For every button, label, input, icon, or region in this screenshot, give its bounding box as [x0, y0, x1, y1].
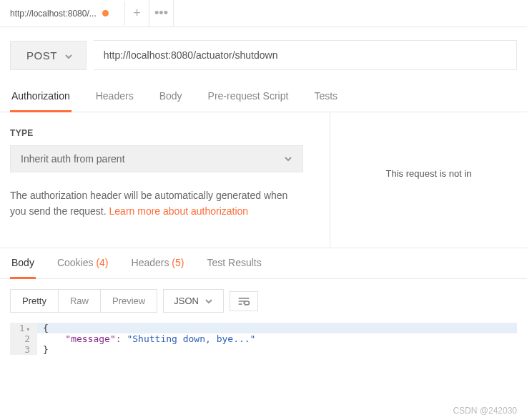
- code-indent: [43, 333, 65, 344]
- response-toolbar: Pretty Raw Preview JSON: [0, 279, 527, 323]
- preview-button[interactable]: Preview: [100, 290, 157, 312]
- auth-panel: TYPE Inherit auth from parent The author…: [0, 112, 527, 248]
- raw-button[interactable]: Raw: [58, 290, 100, 312]
- auth-left-pane: TYPE Inherit auth from parent The author…: [0, 112, 330, 248]
- tab-headers[interactable]: Headers: [94, 83, 135, 112]
- chevron-down-icon: [205, 297, 213, 306]
- resp-tab-cookies[interactable]: Cookies (4): [56, 248, 110, 279]
- wrap-lines-button[interactable]: [230, 291, 258, 311]
- code-key: "message": [65, 333, 115, 344]
- pretty-button[interactable]: Pretty: [11, 290, 58, 312]
- http-method-label: POST: [26, 49, 57, 62]
- response-tabs: Body Cookies (4) Headers (5) Test Result…: [0, 248, 527, 279]
- learn-more-link[interactable]: Learn more about authorization: [109, 205, 249, 217]
- view-mode-group: Pretty Raw Preview: [10, 289, 157, 313]
- unsaved-dot-icon: [102, 10, 109, 16]
- watermark: CSDN @242030: [453, 406, 517, 416]
- fold-icon[interactable]: ▾: [26, 326, 30, 333]
- code-colon: :: [116, 333, 127, 344]
- tab-options-button[interactable]: •••: [149, 0, 174, 26]
- resp-tab-body[interactable]: Body: [10, 248, 36, 279]
- chevron-down-icon: [284, 155, 292, 163]
- http-method-select[interactable]: POST: [10, 41, 87, 70]
- code-value: "Shutting down, bye...": [127, 333, 255, 344]
- format-label: JSON: [174, 296, 199, 306]
- tab-prerequest[interactable]: Pre-request Script: [207, 83, 290, 112]
- resp-tab-cookies-label: Cookies: [57, 257, 94, 268]
- auth-right-pane: This request is not in: [330, 112, 527, 248]
- code-brace-close: }: [43, 344, 49, 355]
- tab-tests[interactable]: Tests: [312, 83, 339, 112]
- collection-hint: This request is not in: [386, 168, 472, 179]
- request-tab[interactable]: http://localhost:8080/...: [0, 1, 125, 26]
- request-section-tabs: Authorization Headers Body Pre-request S…: [0, 83, 527, 112]
- url-input[interactable]: [94, 40, 517, 70]
- response-body[interactable]: 1▾{ 2 "message": "Shutting down, bye..."…: [10, 323, 517, 355]
- request-tab-label: http://localhost:8080/...: [10, 9, 97, 19]
- auth-type-label: TYPE: [10, 128, 320, 138]
- chevron-down-icon: [64, 51, 73, 59]
- resp-tab-testresults[interactable]: Test Results: [205, 248, 262, 279]
- request-row: POST: [0, 27, 527, 83]
- new-tab-button[interactable]: +: [125, 0, 149, 26]
- tab-body[interactable]: Body: [158, 83, 184, 112]
- format-select[interactable]: JSON: [163, 289, 224, 313]
- auth-type-select[interactable]: Inherit auth from parent: [10, 145, 303, 172]
- auth-description: The authorization header will be automat…: [10, 188, 303, 219]
- resp-tab-headers[interactable]: Headers (5): [130, 248, 186, 279]
- resp-tab-headers-label: Headers: [132, 257, 169, 268]
- auth-type-selected: Inherit auth from parent: [21, 153, 125, 165]
- headers-count: (5): [172, 257, 184, 268]
- cookies-count: (4): [96, 257, 108, 268]
- wrap-icon: [237, 296, 250, 306]
- code-brace-open: {: [43, 323, 49, 333]
- tab-authorization[interactable]: Authorization: [10, 83, 72, 112]
- tab-bar: http://localhost:8080/... + •••: [0, 0, 527, 27]
